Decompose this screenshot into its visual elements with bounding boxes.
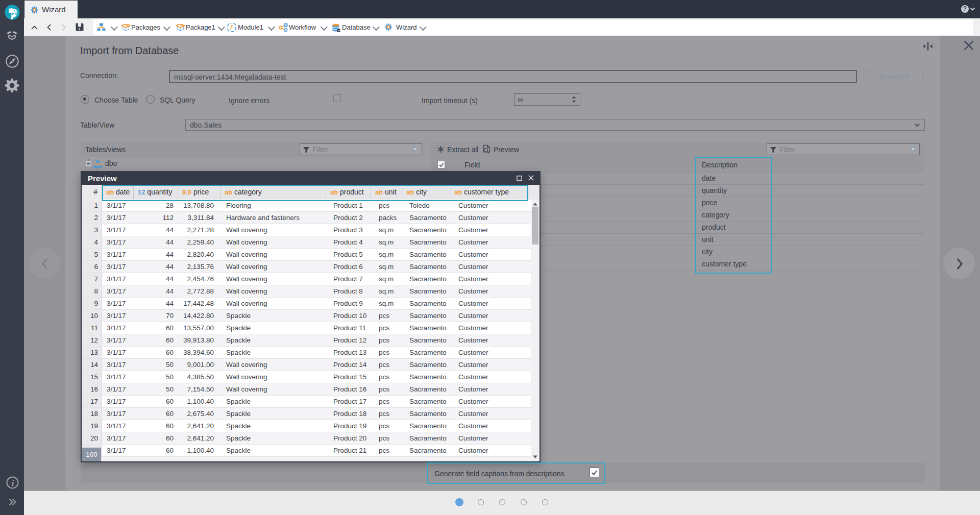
svg-text:i: i bbox=[12, 478, 14, 488]
